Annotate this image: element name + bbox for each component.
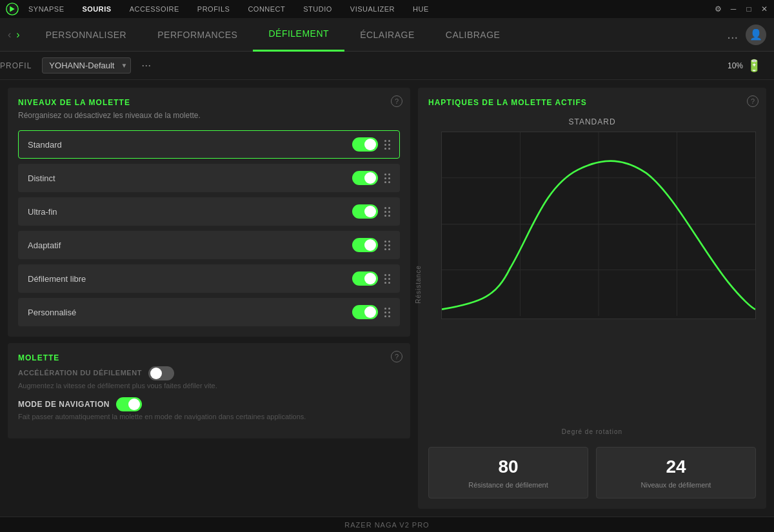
tab-defilement[interactable]: DÉFILEMENT bbox=[253, 18, 344, 52]
scroll-level-adaptatif-toggle[interactable] bbox=[352, 238, 378, 252]
chart-x-axis-label: Degré de rotation bbox=[562, 428, 622, 435]
scroll-level-libre-label: Défilement libre bbox=[28, 274, 86, 284]
top-nav-items: SYNAPSE SOURIS ACCESSOIRE PROFILS CONNEC… bbox=[19, 0, 713, 18]
scroll-level-standard-controls bbox=[352, 137, 390, 152]
nav-profils[interactable]: PROFILS bbox=[188, 0, 239, 18]
scroll-level-personnalise-label: Personnalisé bbox=[28, 308, 76, 317]
razer-logo-icon bbox=[5, 2, 19, 16]
scroll-level-personnalise-toggle[interactable] bbox=[352, 305, 378, 319]
scroll-level-distinct-drag[interactable] bbox=[384, 173, 390, 183]
scroll-level-standard[interactable]: Standard bbox=[18, 130, 400, 159]
stats-row: 80 Résistance de défilement 24 Niveaux d… bbox=[428, 447, 756, 498]
device-name: RAZER NAGA V2 PRO bbox=[344, 521, 429, 529]
levels-stat-box: 24 Niveaux de défilement bbox=[596, 447, 756, 498]
nav-souris[interactable]: SOURIS bbox=[73, 0, 120, 18]
nav-hue[interactable]: HUE bbox=[404, 0, 438, 18]
second-navigation: ‹ › PERSONNALISER PERFORMANCES DÉFILEMEN… bbox=[0, 18, 774, 52]
scroll-level-libre[interactable]: Défilement libre bbox=[18, 264, 400, 293]
window-controls: ⚙ ─ □ ✕ bbox=[713, 5, 769, 14]
chart-title: STANDARD bbox=[428, 117, 756, 126]
chart-container: Résistance Degré de rotation bbox=[428, 132, 756, 437]
scroll-level-distinct-controls bbox=[352, 171, 390, 185]
scroll-level-personnalise-drag[interactable] bbox=[384, 308, 390, 317]
scroll-levels-help-icon[interactable]: ? bbox=[391, 95, 402, 107]
scroll-levels-desc: Réorganisez ou désactivez les niveaux de… bbox=[18, 111, 400, 120]
resistance-label: Résistance de défilement bbox=[438, 481, 579, 489]
minimize-button[interactable]: ─ bbox=[729, 5, 738, 14]
accel-desc: Augmentez la vitesse de défilement plus … bbox=[18, 382, 400, 389]
accel-label: ACCÉLÉRATION DU DÉFILEMENT bbox=[18, 369, 142, 377]
nav-label: MODE DE NAVIGATION bbox=[18, 400, 110, 409]
molette-help-icon[interactable]: ? bbox=[391, 351, 402, 362]
scroll-level-ultrafin[interactable]: Ultra-fin bbox=[18, 197, 400, 226]
profile-select-wrap: YOHANN-Default ▼ bbox=[42, 57, 131, 74]
left-panel: ? NIVEAUX DE LA MOLETTE Réorganisez ou d… bbox=[8, 88, 410, 509]
accel-toggle[interactable] bbox=[148, 366, 174, 380]
haptics-help-icon[interactable]: ? bbox=[747, 95, 759, 107]
back-arrow-icon[interactable]: ‹ bbox=[8, 29, 11, 41]
nav-arrows: ‹ › bbox=[8, 29, 20, 41]
nav-setting: MODE DE NAVIGATION Fait passer automatiq… bbox=[18, 397, 400, 420]
accel-setting: ACCÉLÉRATION DU DÉFILEMENT Augmentez la … bbox=[18, 366, 400, 389]
scroll-level-personnalise-controls bbox=[352, 305, 390, 319]
tab-eclairage[interactable]: ÉCLAIRAGE bbox=[344, 18, 430, 52]
resistance-value: 80 bbox=[438, 457, 579, 477]
nav-studio[interactable]: STUDIO bbox=[294, 0, 341, 18]
top-navigation: SYNAPSE SOURIS ACCESSOIRE PROFILS CONNEC… bbox=[0, 0, 774, 18]
nav-visualizer[interactable]: VISUALIZER bbox=[341, 0, 404, 18]
battery-icon: 🔋 bbox=[747, 59, 761, 73]
scroll-level-libre-drag[interactable] bbox=[384, 274, 390, 284]
profile-label: PROFIL bbox=[0, 61, 32, 70]
second-nav-right: ... 👤 bbox=[727, 25, 766, 45]
scroll-level-distinct[interactable]: Distinct bbox=[18, 164, 400, 192]
tab-performances[interactable]: PERFORMANCES bbox=[142, 18, 253, 52]
settings-icon[interactable]: ⚙ bbox=[713, 5, 722, 14]
maximize-button[interactable]: □ bbox=[744, 5, 753, 14]
scroll-levels-list: Standard Distinct bbox=[18, 130, 400, 326]
profile-select[interactable]: YOHANN-Default bbox=[42, 57, 131, 74]
molette-card: ? MOLETTE ACCÉLÉRATION DU DÉFILEMENT Aug… bbox=[8, 343, 410, 438]
scroll-level-adaptatif-controls bbox=[352, 238, 390, 252]
scroll-level-libre-toggle[interactable] bbox=[352, 271, 378, 286]
levels-label: Niveaux de défilement bbox=[606, 481, 746, 489]
levels-value: 24 bbox=[606, 457, 746, 477]
scroll-level-ultrafin-controls bbox=[352, 204, 390, 219]
chart-y-axis-label: Résistance bbox=[415, 265, 422, 303]
tab-personnaliser[interactable]: PERSONNALISER bbox=[30, 18, 143, 52]
scroll-levels-card: ? NIVEAUX DE LA MOLETTE Réorganisez ou d… bbox=[8, 88, 410, 337]
nav-toggle[interactable] bbox=[116, 397, 142, 411]
chart-area bbox=[441, 132, 756, 319]
more-options-icon[interactable]: ... bbox=[727, 27, 738, 42]
nav-accessoire[interactable]: ACCESSOIRE bbox=[121, 0, 188, 18]
chart-svg bbox=[442, 132, 755, 316]
scroll-level-distinct-label: Distinct bbox=[28, 173, 55, 183]
second-nav-items: PERSONNALISER PERFORMANCES DÉFILEMENT ÉC… bbox=[30, 18, 728, 52]
scroll-level-adaptatif-drag[interactable] bbox=[384, 241, 390, 250]
close-button[interactable]: ✕ bbox=[760, 5, 769, 14]
scroll-level-personnalise[interactable]: Personnalisé bbox=[18, 298, 400, 326]
scroll-level-ultrafin-toggle[interactable] bbox=[352, 204, 378, 219]
scroll-level-adaptatif-label: Adaptatif bbox=[28, 241, 61, 250]
nav-synapse[interactable]: SYNAPSE bbox=[19, 0, 73, 18]
scroll-level-distinct-toggle[interactable] bbox=[352, 171, 378, 185]
resistance-stat-box: 80 Résistance de défilement bbox=[428, 447, 588, 498]
main-content: ? NIVEAUX DE LA MOLETTE Réorganisez ou d… bbox=[0, 80, 774, 517]
scroll-level-adaptatif[interactable]: Adaptatif bbox=[18, 231, 400, 259]
scroll-levels-title: NIVEAUX DE LA MOLETTE bbox=[18, 98, 400, 107]
scroll-level-ultrafin-drag[interactable] bbox=[384, 207, 390, 217]
tab-calibrage[interactable]: CALIBRAGE bbox=[430, 18, 516, 52]
nav-connect[interactable]: CONNECT bbox=[239, 0, 294, 18]
right-panel: ? HAPTIQUES DE LA MOLETTE ACTIFS STANDAR… bbox=[418, 88, 766, 509]
forward-arrow-icon[interactable]: › bbox=[16, 29, 19, 41]
scroll-level-ultrafin-label: Ultra-fin bbox=[28, 207, 57, 217]
scroll-level-standard-drag[interactable] bbox=[384, 140, 390, 150]
molette-title: MOLETTE bbox=[18, 353, 400, 362]
battery-percent: 10% bbox=[728, 61, 743, 70]
haptics-title: HAPTIQUES DE LA MOLETTE ACTIFS bbox=[428, 98, 756, 107]
scroll-level-libre-controls bbox=[352, 271, 390, 286]
nav-desc: Fait passer automatiquement la molette e… bbox=[18, 413, 400, 420]
scroll-level-standard-toggle[interactable] bbox=[352, 137, 378, 152]
profile-bar: PROFIL YOHANN-Default ▼ ··· 10% 🔋 bbox=[0, 52, 774, 80]
avatar[interactable]: 👤 bbox=[746, 25, 766, 45]
profile-more-options[interactable]: ··· bbox=[141, 59, 151, 72]
